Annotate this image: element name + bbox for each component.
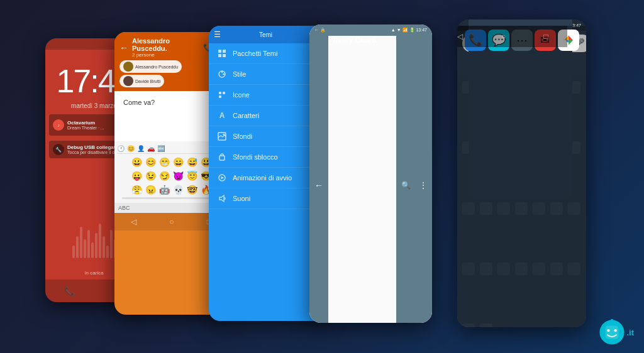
- avatar-2: [123, 76, 133, 86]
- svg-rect-9: [219, 95, 221, 98]
- svg-rect-12: [219, 156, 225, 160]
- avatar-1: [123, 62, 133, 72]
- privacy-more-icon[interactable]: ⋮: [419, 181, 427, 190]
- emoji-laugh[interactable]: 😄: [172, 156, 184, 168]
- phone3-header: ☰ Temi 🔍: [209, 26, 325, 43]
- emoji-angry[interactable]: 😠: [144, 183, 157, 196]
- phone-theme: ☰ Temi 🔍 Pacchetti Temi: [209, 26, 325, 321]
- menu-item-sfondi[interactable]: Sfondi: [209, 126, 325, 147]
- header-info: Alessandro Pusceddu. 2 persone: [132, 37, 203, 58]
- menu-item-icone[interactable]: Icone: [209, 85, 325, 106]
- phone5-home-nav[interactable]: ○: [501, 32, 506, 41]
- music-notif-text: Octavarium Dream Theater · ...: [67, 120, 117, 130]
- privacy-search-icon[interactable]: 🔍: [401, 181, 411, 190]
- clock-icon[interactable]: 🕐: [117, 145, 125, 152]
- header-top-row: ← Alessandro Pusceddu. 2 persone 📞 ⋮: [119, 37, 223, 58]
- contact-avatars-2: Davide Brutti: [119, 75, 223, 87]
- emoji-tab-people[interactable]: 👤: [137, 145, 145, 152]
- privacy-guard-header: ← Privacy Guard 🔍 ⋮: [309, 36, 432, 323]
- emoji-nerd[interactable]: 🤓: [186, 183, 198, 196]
- svg-rect-1: [223, 50, 226, 53]
- contact-avatars: Alessandro Pusceddu: [119, 60, 223, 73]
- debug-icon: 🔧: [53, 144, 64, 155]
- back-arrow[interactable]: ←: [119, 43, 128, 53]
- emoji-tab-smileys[interactable]: 😊: [127, 145, 135, 152]
- pacchetti-icon: [216, 48, 228, 59]
- phone-homescreen: 13:47: [457, 19, 586, 327]
- svg-rect-2: [218, 54, 221, 57]
- emoji-wink2[interactable]: 😉: [144, 170, 157, 182]
- privacy-back-icon[interactable]: ←: [314, 180, 323, 190]
- phones-container: ▲ ✉ 17:42 17:42 martedì 3 marzo ♪ Octava…: [39, 13, 605, 340]
- emoji-devil[interactable]: 😈: [172, 170, 184, 182]
- menu-item-stile[interactable]: Stile: [209, 64, 325, 85]
- phone4-status-left: ← 🔒: [314, 28, 326, 33]
- emoji-tab-cars[interactable]: 🚗: [147, 145, 155, 152]
- menu-item-animazioni[interactable]: Animazioni di avvio: [209, 168, 325, 188]
- app-dock: 📞 💬 ⋯ ✉: [457, 26, 586, 327]
- back-nav-icon[interactable]: ◁: [131, 217, 136, 226]
- icone-icon: [216, 89, 228, 100]
- svg-point-19: [608, 329, 610, 332]
- menu-item-sfondi-sblocco[interactable]: Sfondi sblocco: [209, 147, 325, 168]
- stile-icon: [216, 68, 228, 80]
- emoji-grin[interactable]: 😀: [130, 156, 143, 168]
- cm-logo-svg: [599, 319, 625, 345]
- phone5-recents-nav[interactable]: □: [544, 32, 548, 41]
- phone5-back-nav[interactable]: ◁: [457, 32, 463, 41]
- svg-point-11: [223, 134, 225, 136]
- phone5-nav-bar: ◁ ○ □: [457, 26, 567, 47]
- logo-text: .it: [626, 328, 634, 337]
- scroll-indicator: [122, 197, 220, 199]
- svg-rect-8: [223, 92, 225, 94]
- emoji-tongue[interactable]: 😛: [130, 170, 143, 182]
- phone3-back[interactable]: ☰: [214, 30, 221, 39]
- svg-point-20: [614, 329, 617, 332]
- phone-icon: 📞: [64, 286, 75, 296]
- emoji-robot[interactable]: 🤖: [158, 183, 170, 196]
- emoji-smile[interactable]: 😊: [144, 156, 157, 168]
- phone4-status-bar: ← 🔒 ▲ ▼ 📶 🔋 13:47: [309, 24, 432, 36]
- svg-rect-0: [218, 50, 221, 53]
- emoji-tab-letter[interactable]: 🔤: [157, 145, 165, 152]
- main-scene: ▲ ✉ 17:42 17:42 martedì 3 marzo ♪ Octava…: [0, 0, 644, 353]
- animazioni-icon: [216, 172, 228, 183]
- sfondi-icon: [216, 131, 228, 142]
- phone3-title: Temi: [259, 31, 272, 38]
- theme-menu: Pacchetti Temi Stile: [209, 43, 325, 209]
- emoji-rage[interactable]: 😤: [130, 183, 143, 196]
- menu-item-caratteri[interactable]: A Caratteri: [209, 106, 325, 126]
- emoji-smirk[interactable]: 😏: [158, 170, 170, 182]
- phone-privacy-guard: ← 🔒 ▲ ▼ 📶 🔋 13:47 ← Privacy Guard 🔍 ⋮ Pr…: [309, 24, 432, 323]
- suoni-icon: [216, 193, 228, 204]
- caratteri-icon: A: [216, 110, 228, 121]
- emoji-skull[interactable]: 💀: [172, 183, 184, 196]
- svg-rect-3: [223, 54, 226, 57]
- menu-item-pacchetti[interactable]: Pacchetti Temi: [209, 43, 325, 64]
- emoji-angel[interactable]: 😇: [186, 170, 198, 182]
- contact-chip-2[interactable]: Davide Brutti: [119, 75, 164, 87]
- svg-rect-7: [219, 92, 221, 94]
- music-icon: ♪: [53, 119, 64, 131]
- phone4-status-right: ▲ ▼ 📶 🔋 13:47: [391, 28, 427, 33]
- cyanogenmod-logo: .it: [599, 319, 634, 345]
- sfondi-sblocco-icon: [216, 151, 228, 163]
- emoji-wink[interactable]: 😁: [158, 156, 170, 168]
- emoji-sweat[interactable]: 😅: [186, 156, 198, 168]
- menu-item-suoni[interactable]: Suoni: [209, 188, 325, 209]
- contact-chip-1[interactable]: Alessandro Pusceddu: [119, 60, 182, 73]
- home-nav-icon[interactable]: ○: [169, 217, 174, 226]
